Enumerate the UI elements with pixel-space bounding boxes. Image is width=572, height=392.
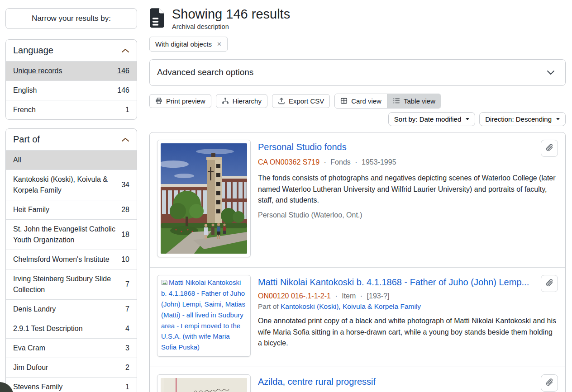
view-toggle-group: Card view Table view bbox=[334, 94, 441, 109]
attachment-button[interactable] bbox=[541, 140, 558, 157]
facet-item-irving-steinberg[interactable]: Irving Steinberg Sudbury Slide Collectio… bbox=[6, 269, 137, 299]
facet-item-eva-cram[interactable]: Eva Cram 3 bbox=[6, 338, 137, 358]
direction-dropdown[interactable]: Direction: Descending bbox=[479, 112, 566, 126]
paperclip-icon bbox=[545, 279, 554, 288]
chevron-down-icon bbox=[546, 70, 555, 76]
scope-content: The fonds consists of photographs and ne… bbox=[258, 173, 557, 206]
close-icon[interactable]: ✕ bbox=[217, 41, 222, 47]
filter-tag-digital-objects: With digital objects ✕ bbox=[149, 37, 228, 52]
export-csv-button[interactable]: Export CSV bbox=[272, 94, 330, 108]
facet-item-heit-family[interactable]: Heit Family 28 bbox=[6, 200, 137, 219]
result-meta: CA ON00362 S719 · Fonds · 1953-1995 bbox=[258, 158, 557, 166]
facet-item-stevens-family[interactable]: Stevens Family 1 bbox=[6, 377, 137, 392]
result-title-link[interactable]: Azilda, centre rural progressif bbox=[258, 376, 557, 387]
facet-item-test-description[interactable]: 2.9.1 Test Description 4 bbox=[6, 319, 137, 338]
part-of-line: Part of Kantokoski (Koski), Koivula & Ko… bbox=[258, 302, 557, 311]
creator-name: Personal Studio (Waterloo, Ont.) bbox=[258, 211, 557, 219]
page-title: Showing 146 results bbox=[172, 6, 290, 22]
facet-language-title: Language bbox=[13, 45, 53, 56]
date-range: [193-?] bbox=[367, 292, 390, 300]
page-header: Showing 146 results Archival description bbox=[149, 6, 566, 30]
results-main: Showing 146 results Archival description… bbox=[149, 6, 566, 392]
facet-item-kantokoski[interactable]: Kantokoski (Koski), Koivula & Korpela Fa… bbox=[6, 170, 137, 200]
result-title-link[interactable]: Personal Studio fonds bbox=[258, 142, 557, 153]
facet-language-header[interactable]: Language bbox=[6, 40, 137, 61]
chevron-up-icon bbox=[121, 137, 129, 142]
card-grid-icon bbox=[340, 97, 348, 104]
narrow-results-label: Narrow your results by: bbox=[32, 14, 111, 23]
facet-part-of-title: Part of bbox=[13, 134, 40, 145]
facet-item-denis-landry[interactable]: Denis Landry 7 bbox=[6, 299, 137, 319]
table-view-button[interactable]: Table view bbox=[387, 94, 441, 108]
caret-down-icon bbox=[466, 118, 469, 120]
result-meta: ON00120 016-.1-1-2-1 · Item · [193-?] bbox=[258, 292, 557, 300]
date-range: 1953-1995 bbox=[362, 158, 396, 166]
hierarchy-tree-icon bbox=[222, 97, 229, 104]
page-subtitle: Archival description bbox=[172, 23, 290, 30]
export-upload-icon bbox=[278, 97, 285, 104]
hierarchy-button[interactable]: Hierarchy bbox=[216, 94, 267, 108]
facet-item-english[interactable]: English 146 bbox=[6, 80, 137, 100]
result-thumbnail-waterloo-college[interactable] bbox=[157, 140, 251, 257]
results-toolbar: Print preview Hierarchy Export CSV Card … bbox=[149, 94, 566, 109]
broken-image-icon bbox=[161, 278, 168, 288]
paperclip-icon bbox=[545, 144, 554, 152]
advanced-search-label: Advanced search options bbox=[157, 67, 253, 77]
facet-part-of: Part of All Kantokoski (Koski), Koivula … bbox=[5, 128, 137, 392]
chevron-up-icon bbox=[121, 48, 129, 53]
facet-item-french[interactable]: French 1 bbox=[6, 100, 137, 119]
facet-item-all[interactable]: All bbox=[6, 150, 137, 170]
attachment-button[interactable] bbox=[541, 275, 558, 292]
reference-code: ON00120 016-.1-1-2-1 bbox=[258, 292, 331, 300]
attachment-button[interactable] bbox=[541, 374, 558, 392]
facet-item-unique-records[interactable]: Unique records 146 bbox=[6, 61, 137, 80]
print-preview-button[interactable]: Print preview bbox=[149, 94, 211, 108]
facet-sidebar: Narrow your results by: Language Unique … bbox=[5, 8, 137, 392]
result-item-matti-kantokoski: Matti Nikolai Kantokoski b. 4.1.1868 - F… bbox=[150, 267, 565, 367]
level-of-description: Fonds bbox=[330, 158, 350, 166]
printer-icon bbox=[155, 97, 162, 104]
caret-down-icon bbox=[556, 118, 560, 120]
result-title-link[interactable]: Matti Nikolai Kantokoski b. 4.1.1868 - F… bbox=[258, 277, 548, 288]
result-item-personal-studio: Personal Studio fonds CA ON00362 S719 · … bbox=[150, 132, 565, 267]
archival-description-icon bbox=[149, 8, 165, 28]
part-of-link[interactable]: Kantokoski (Koski), Koivula & Korpela Fa… bbox=[281, 302, 421, 310]
narrow-results-heading: Narrow your results by: bbox=[5, 8, 137, 29]
filter-tag-label: With digital objects bbox=[155, 40, 212, 48]
sort-by-dropdown[interactable]: Sort by: Date modified bbox=[388, 112, 475, 126]
results-list: Personal Studio fonds CA ON00362 S719 · … bbox=[149, 132, 566, 392]
thumbnail-alt-text: Matti Nikolai Kantokoski b. 4.1.1868 - F… bbox=[161, 279, 245, 351]
scope-content: One annotated print copy of a black and … bbox=[258, 316, 557, 349]
facet-language: Language Unique records 146 English 146 … bbox=[5, 39, 137, 120]
facet-item-chelmsford[interactable]: Chelmsford Women's Institute 10 bbox=[6, 250, 137, 269]
table-list-icon bbox=[393, 97, 400, 104]
result-item-azilda: Azilda, centre rural progressif bbox=[150, 367, 565, 392]
facet-item-jim-dufour[interactable]: Jim Dufour 2 bbox=[6, 358, 137, 377]
reference-code: CA ON00362 S719 bbox=[258, 158, 319, 166]
level-of-description: Item bbox=[342, 292, 356, 300]
card-view-button[interactable]: Card view bbox=[335, 94, 387, 108]
facet-item-st-john[interactable]: St. John the Evangelist Catholic Youth O… bbox=[6, 219, 137, 250]
result-thumbnail-missing[interactable]: Matti Nikolai Kantokoski b. 4.1.1868 - F… bbox=[157, 275, 251, 357]
advanced-search-panel[interactable]: Advanced search options bbox=[149, 59, 566, 86]
sort-controls: Sort by: Date modified Direction: Descen… bbox=[149, 112, 566, 126]
facet-part-of-header[interactable]: Part of bbox=[6, 129, 137, 150]
result-thumbnail-manuscript[interactable] bbox=[157, 374, 251, 392]
paperclip-icon bbox=[545, 378, 554, 387]
